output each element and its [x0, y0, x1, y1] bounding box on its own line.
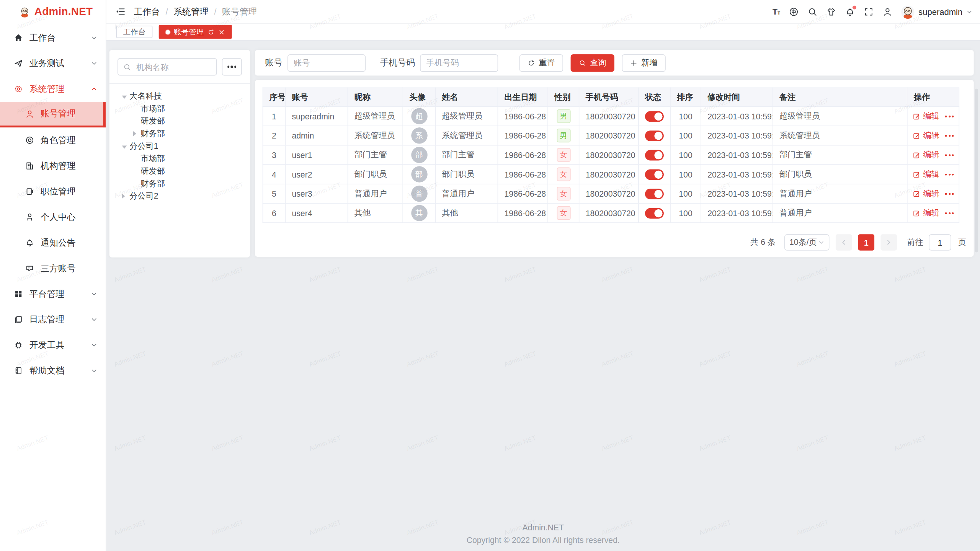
- search-icon: [123, 63, 131, 71]
- search-icon[interactable]: [808, 7, 818, 17]
- edit-button[interactable]: 编辑: [913, 149, 939, 160]
- org-search-input[interactable]: [135, 62, 211, 72]
- sidebar-item-post-mgmt[interactable]: 职位管理: [0, 179, 106, 204]
- cell-index: 5: [263, 184, 286, 204]
- sidebar-item-system-mgmt[interactable]: 系统管理: [0, 76, 106, 102]
- more-actions-button[interactable]: [945, 212, 954, 214]
- scrollbar-thumb[interactable]: [975, 89, 978, 253]
- status-toggle[interactable]: [645, 130, 664, 141]
- tree-more-button[interactable]: [222, 58, 242, 76]
- status-toggle[interactable]: [645, 208, 664, 218]
- theme-icon[interactable]: [826, 7, 836, 17]
- org-tree-node-label: 市场部: [140, 103, 165, 114]
- brand-logo[interactable]: Admin.NET: [0, 0, 106, 24]
- tab-account-mgmt[interactable]: 账号管理: [159, 25, 232, 39]
- breadcrumb-item[interactable]: 工作台: [134, 6, 160, 17]
- query-button[interactable]: 查询: [571, 54, 614, 72]
- menu-fold-icon[interactable]: [115, 6, 126, 17]
- more-actions-button[interactable]: [945, 135, 954, 137]
- more-actions-button[interactable]: [945, 173, 954, 175]
- sidebar-item-business-test[interactable]: 业务测试: [0, 51, 106, 76]
- gender-badge: 男: [557, 109, 570, 123]
- app-root: Admin.NET 工作台业务测试系统管理账号管理角色管理机构管理职位管理个人中…: [0, 0, 980, 551]
- account-input[interactable]: [287, 54, 366, 72]
- edit-button[interactable]: 编辑: [913, 130, 939, 141]
- status-toggle[interactable]: [645, 188, 664, 199]
- cell-modified: 2023-01-03 10:59:44: [701, 203, 773, 223]
- caret-collapsed-icon[interactable]: [133, 131, 141, 136]
- sidebar-item-notice[interactable]: 通知公告: [0, 230, 106, 256]
- topbar-actions: Tт: [773, 0, 972, 24]
- next-page-button[interactable]: [880, 234, 897, 250]
- cell-status: [639, 126, 670, 145]
- sidebar-item-log-mgmt[interactable]: 日志管理: [0, 307, 106, 333]
- sidebar-item-dev-tools[interactable]: 开发工具: [0, 333, 106, 358]
- cell-ops: 编辑: [907, 203, 959, 223]
- breadcrumb-item[interactable]: 系统管理: [173, 6, 208, 17]
- user-menu[interactable]: superadmin: [902, 5, 972, 18]
- add-button[interactable]: 新增: [622, 54, 665, 72]
- cell-index: 1: [263, 106, 286, 126]
- sidebar-item-user-center[interactable]: 个人中心: [0, 204, 106, 230]
- fullscreen-icon[interactable]: [864, 7, 874, 17]
- more-actions-button[interactable]: [945, 115, 954, 117]
- divider: [109, 83, 250, 84]
- more-actions-button[interactable]: [945, 154, 954, 156]
- org-tree-node[interactable]: 大名科技: [118, 90, 242, 103]
- sidebar-item-role-mgmt[interactable]: 角色管理: [0, 127, 106, 153]
- org-tree-node[interactable]: 研发部: [118, 165, 242, 178]
- page-number[interactable]: 1: [858, 234, 874, 250]
- goto-page-input[interactable]: [929, 234, 951, 250]
- language-icon[interactable]: [789, 7, 799, 17]
- mascot-icon: [19, 6, 31, 18]
- org-tree-node[interactable]: 研发部: [118, 115, 242, 127]
- sidebar-item-workbench[interactable]: 工作台: [0, 25, 106, 51]
- sidebar-item-third-account[interactable]: 三方账号: [0, 256, 106, 281]
- row-actions: 编辑: [914, 169, 952, 180]
- org-tree-node-label: 分公司2: [129, 191, 158, 202]
- sidebar-item-platform-mgmt[interactable]: 平台管理: [0, 281, 106, 307]
- phone-input[interactable]: [420, 54, 498, 72]
- cell-nickname: 其他: [348, 203, 403, 223]
- cell-status: [639, 145, 670, 165]
- caret-expanded-icon[interactable]: [122, 94, 129, 98]
- post-icon: [25, 187, 34, 196]
- tab-workbench[interactable]: 工作台: [116, 26, 153, 38]
- cell-status: [639, 165, 670, 184]
- caret-collapsed-icon[interactable]: [122, 194, 129, 199]
- sidebar-item-label: 工作台: [29, 32, 56, 43]
- org-tree-node[interactable]: 分公司1: [118, 140, 242, 153]
- chevron-down-icon: [818, 239, 824, 245]
- edit-button[interactable]: 编辑: [913, 207, 939, 218]
- prev-page-button[interactable]: [836, 234, 852, 250]
- sidebar-item-help-docs[interactable]: 帮助文档: [0, 358, 106, 384]
- status-toggle[interactable]: [645, 169, 664, 180]
- cell-nickname: 普通用户: [348, 184, 403, 204]
- edit-button[interactable]: 编辑: [913, 111, 939, 122]
- more-actions-button[interactable]: [945, 193, 954, 195]
- sidebar-item-label: 职位管理: [41, 186, 75, 197]
- sidebar-item-account-mgmt[interactable]: 账号管理: [0, 102, 106, 127]
- page-size-select[interactable]: 10条/页: [784, 234, 830, 250]
- org-tree-node[interactable]: 分公司2: [118, 190, 242, 202]
- org-tree-node[interactable]: 财务部: [118, 127, 242, 140]
- caret-expanded-icon[interactable]: [122, 144, 129, 148]
- page-unit-label: 页: [958, 237, 966, 248]
- reset-button[interactable]: 重置: [519, 54, 563, 72]
- font-size-icon[interactable]: Tт: [773, 7, 780, 17]
- org-tree-node[interactable]: 市场部: [118, 103, 242, 115]
- status-toggle[interactable]: [645, 111, 664, 122]
- notification-icon[interactable]: [845, 7, 855, 17]
- sidebar-item-org-mgmt[interactable]: 机构管理: [0, 153, 106, 179]
- refresh-icon: [528, 59, 535, 67]
- edit-button[interactable]: 编辑: [913, 169, 939, 180]
- chevron-down-icon: [91, 60, 98, 67]
- org-tree-node[interactable]: 市场部: [118, 152, 242, 165]
- row-actions: 编辑: [914, 207, 952, 218]
- cell-birthday: 1986-06-28: [498, 203, 548, 223]
- cell-remark: 部门主管: [773, 145, 907, 165]
- status-toggle[interactable]: [645, 150, 664, 160]
- org-tree-node[interactable]: 财务部: [118, 178, 242, 190]
- edit-button[interactable]: 编辑: [913, 188, 939, 199]
- profile-icon[interactable]: [883, 7, 893, 17]
